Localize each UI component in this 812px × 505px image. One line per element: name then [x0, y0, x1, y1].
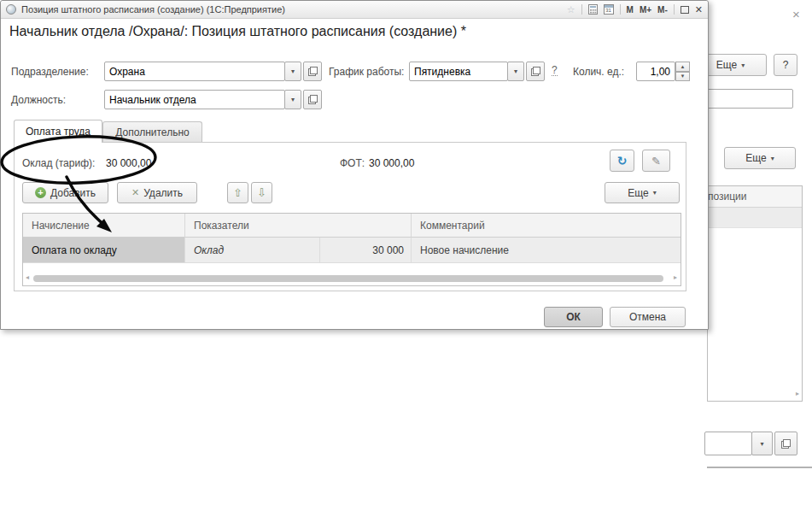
chevron-down-icon: ▾ [741, 62, 745, 69]
position-dialog: Позиция штатного расписания (создание) (… [0, 0, 709, 330]
column-header-indicators[interactable]: Показатели [185, 214, 412, 238]
titlebar-separator [674, 4, 675, 15]
plus-icon: + [35, 187, 46, 198]
list-more-label: Еще [628, 187, 648, 199]
background-lookup-dropdown-button[interactable]: ▾ [751, 432, 773, 455]
arrow-down-icon: ⇩ [257, 186, 266, 199]
position-label: Должность: [11, 94, 66, 106]
chevron-down-icon: ▾ [514, 68, 517, 75]
accruals-table: Начисление Показатели Комментарий Оплата… [22, 213, 681, 286]
tab-pay[interactable]: Оплата труда [14, 120, 102, 143]
cell-accrual[interactable]: Оплата по окладу [23, 238, 185, 263]
app-icon [6, 4, 16, 15]
maximize-icon[interactable] [681, 6, 689, 14]
fot-value: 30 000,00 [369, 157, 414, 169]
cell-indicator[interactable]: Оклад [185, 238, 320, 263]
position-open-button[interactable] [303, 90, 322, 109]
quantity-input[interactable]: 1,00 [636, 62, 675, 81]
schedule-label: График работы: [329, 66, 404, 78]
window-close-icon[interactable]: × [792, 7, 800, 21]
row-add-button[interactable]: + Добавить [22, 182, 108, 203]
calendar31-icon[interactable]: 31 [604, 4, 614, 15]
open-form-icon [781, 439, 791, 449]
background-divider [707, 467, 812, 468]
scroll-right-icon[interactable]: ▸ [796, 390, 799, 397]
ok-button[interactable]: ОК [544, 307, 603, 327]
positions-more-label: Еще [745, 152, 766, 164]
titlebar-separator [581, 4, 582, 15]
open-form-icon [531, 67, 540, 76]
positions-table-header[interactable]: позиции [708, 186, 802, 208]
move-up-button[interactable]: ⇧ [227, 182, 248, 203]
schedule-open-button[interactable] [526, 62, 545, 81]
column-header-comment[interactable]: Комментарий [412, 214, 681, 238]
cell-comment[interactable]: Новое начисление [412, 238, 681, 263]
dialog-title: Позиция штатного расписания (создание) (… [21, 4, 285, 15]
refresh-button[interactable]: ↻ [610, 150, 634, 172]
positions-more-button[interactable]: Еще ▾ [724, 147, 796, 169]
spin-down-icon[interactable]: ▼ [675, 72, 690, 82]
scroll-left-icon[interactable]: ◂ [26, 273, 29, 281]
chevron-down-icon: ▾ [760, 440, 763, 448]
positions-table: позиции ▸ [707, 185, 803, 402]
pencil-icon: ✎ [651, 155, 661, 167]
chevron-down-icon: ▾ [653, 189, 657, 197]
schedule-dropdown-button[interactable]: ▾ [507, 62, 524, 81]
arrow-up-icon: ⇧ [233, 186, 242, 199]
memory-minus-button[interactable]: M- [657, 5, 668, 15]
department-open-button[interactable] [303, 62, 322, 81]
spin-up-icon[interactable]: ▲ [675, 62, 690, 72]
chevron-down-icon: ▾ [291, 96, 295, 103]
positions-table-row[interactable] [708, 208, 802, 228]
position-input[interactable]: Начальник отдела [104, 90, 285, 109]
row-delete-button[interactable]: ✕ Удалить [117, 182, 197, 203]
calendar31-text: 31 [605, 8, 611, 14]
department-label: Подразделение: [11, 66, 89, 78]
tab-extra[interactable]: Дополнительно [102, 121, 202, 143]
row-add-label: Добавить [50, 187, 96, 199]
department-dropdown-button[interactable]: ▾ [284, 62, 301, 81]
chevron-down-icon: ▾ [771, 155, 774, 162]
background-lookup-open-button[interactable] [774, 432, 797, 455]
scroll-right-icon[interactable]: ▸ [674, 273, 677, 281]
favorite-star-icon[interactable]: ☆ [567, 4, 575, 15]
help-button[interactable]: ? [774, 54, 797, 76]
schedule-input[interactable]: Пятидневка [409, 62, 508, 81]
background-lookup-input[interactable] [704, 432, 752, 455]
move-down-button[interactable]: ⇩ [251, 182, 272, 203]
accruals-header-row: Начисление Показатели Комментарий [23, 214, 681, 238]
schedule-help-link[interactable]: ? [552, 65, 558, 76]
table-row: Оплата по окладу Оклад 30 000 Новое начи… [23, 238, 681, 263]
dialog-titlebar[interactable]: Позиция штатного расписания (создание) (… [1, 1, 708, 19]
delete-x-icon: ✕ [131, 187, 139, 198]
quantity-stepper[interactable]: ▲ ▼ [675, 62, 690, 81]
open-form-icon [308, 95, 318, 104]
horizontal-scrollbar[interactable] [33, 275, 663, 282]
chevron-down-icon: ▾ [291, 68, 295, 75]
list-more-button[interactable]: Еще ▾ [605, 182, 680, 203]
quantity-label: Колич. ед.: [573, 66, 624, 78]
open-form-icon [308, 67, 318, 76]
edit-button[interactable]: ✎ [642, 150, 670, 172]
column-header-accrual[interactable]: Начисление [23, 214, 185, 238]
calculator-icon[interactable] [588, 4, 598, 15]
position-dropdown-button[interactable]: ▾ [284, 90, 301, 109]
fot-label: ФОТ: [340, 157, 365, 169]
memory-button[interactable]: M [627, 5, 634, 15]
salary-value: 30 000,00 [106, 157, 151, 169]
titlebar-separator [620, 4, 621, 15]
memory-plus-button[interactable]: M+ [640, 5, 651, 15]
salary-label: Оклад (тариф): [22, 157, 95, 169]
refresh-icon: ↻ [617, 154, 628, 167]
main-more-label: Еще [716, 59, 737, 71]
dialog-close-icon[interactable]: ✕ [695, 4, 703, 15]
dialog-heading: Начальник отдела /Охрана/: Позиция штатн… [9, 24, 466, 39]
cell-value[interactable]: 30 000 [320, 238, 412, 263]
row-delete-label: Удалить [143, 187, 183, 199]
cancel-button[interactable]: Отмена [610, 307, 686, 327]
department-input[interactable]: Охрана [104, 62, 285, 81]
